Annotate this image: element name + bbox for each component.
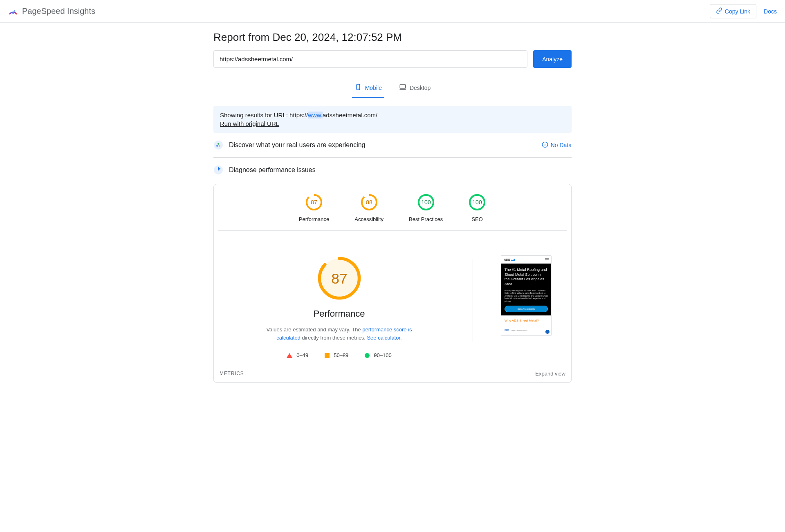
- performance-big-gauge: 87: [316, 255, 362, 301]
- big-gauge-score: 87: [331, 270, 347, 287]
- pagespeed-logo-icon: [8, 7, 18, 16]
- no-data-link[interactable]: No Data: [542, 141, 572, 149]
- expand-view-toggle[interactable]: Expand view: [535, 371, 565, 377]
- gauge-seo[interactable]: 100SEO: [468, 193, 486, 222]
- svg-point-8: [219, 145, 220, 147]
- banner-highlight: www.: [308, 112, 323, 118]
- banner-prefix: Showing results for URL: https://: [220, 112, 308, 118]
- thumb-hero-title: The #1 Metal Roofing and Sheet Metal Sol…: [505, 268, 548, 287]
- discover-icon: [213, 140, 223, 150]
- circle-icon: [365, 353, 370, 358]
- run-original-url-link[interactable]: Run with original URL: [220, 120, 279, 127]
- triangle-icon: [287, 353, 292, 358]
- header-left: PageSpeed Insights: [8, 7, 95, 16]
- no-data-label: No Data: [551, 142, 572, 148]
- gauge-label: Best Practices: [409, 216, 443, 222]
- gauge-accessibility[interactable]: 88Accessibility: [354, 193, 384, 222]
- banner-suffix: adssheetmetal.com/: [323, 112, 377, 118]
- performance-detail-row: 87 Performance Values are estimated and …: [214, 231, 571, 371]
- detail-divider: [473, 259, 473, 342]
- see-calculator-link[interactable]: See calculator.: [367, 335, 401, 341]
- tab-desktop[interactable]: Desktop: [397, 78, 433, 98]
- copy-link-label: Copy Link: [725, 8, 750, 15]
- tab-desktop-label: Desktop: [410, 85, 431, 91]
- gauge-best-practices[interactable]: 100Best Practices: [409, 193, 443, 222]
- thumb-years-sub: YEARS EXPERIENCE: [511, 329, 527, 331]
- screenshot-column: ADS The #1 Metal Roofing and Sheet Metal…: [485, 255, 567, 358]
- url-redirect-banner: Showing results for URL: https://www.ads…: [213, 106, 572, 133]
- thumb-hero: The #1 Metal Roofing and Sheet Metal Sol…: [501, 264, 551, 315]
- header-right: Copy Link Docs: [710, 4, 777, 18]
- report-title: Report from Dec 20, 2024, 12:07:52 PM: [213, 31, 572, 44]
- analyze-button[interactable]: Analyze: [533, 50, 572, 68]
- thumb-section2-title: Why ADS Sheet Metal?: [505, 319, 548, 322]
- svg-text:100: 100: [421, 199, 431, 206]
- device-tabs: Mobile Desktop: [213, 78, 572, 98]
- copy-link-button[interactable]: Copy Link: [710, 4, 756, 18]
- accessibility-icon: [545, 330, 550, 334]
- discover-title: Discover what your real users are experi…: [229, 141, 536, 149]
- app-title: PageSpeed Insights: [22, 7, 95, 16]
- docs-link[interactable]: Docs: [764, 8, 777, 15]
- score-legend: 0–49 50–89 90–100: [287, 352, 391, 358]
- legend-fail: 0–49: [287, 352, 308, 358]
- diagnose-title: Diagnose performance issues: [229, 166, 572, 174]
- svg-point-6: [214, 141, 223, 150]
- lighthouse-report-card: 87Performance88Accessibility100Best Prac…: [213, 184, 572, 383]
- metrics-footer-row: METRICS Expand view: [214, 371, 571, 377]
- main-content: Report from Dec 20, 2024, 12:07:52 PM An…: [213, 23, 572, 399]
- url-input[interactable]: [213, 50, 527, 68]
- performance-detail-left: 87 Performance Values are estimated and …: [218, 255, 460, 358]
- diagnose-section-header: Diagnose performance issues: [213, 158, 572, 182]
- performance-description: Values are estimated and may vary. The p…: [266, 326, 413, 342]
- performance-heading: Performance: [314, 308, 365, 319]
- link-icon: [716, 7, 722, 15]
- svg-point-9: [218, 143, 219, 145]
- diagnose-icon: [213, 165, 223, 175]
- thumb-section2: Why ADS Sheet Metal? 20+ YEARS EXPERIENC…: [501, 315, 551, 335]
- thumb-years: 20+: [505, 329, 509, 331]
- metrics-label: METRICS: [220, 371, 244, 377]
- page-screenshot-thumbnail: ADS The #1 Metal Roofing and Sheet Metal…: [501, 255, 552, 336]
- tab-mobile-label: Mobile: [365, 85, 382, 91]
- square-icon: [325, 353, 330, 358]
- gauge-label: Accessibility: [354, 216, 384, 222]
- svg-text:87: 87: [311, 199, 317, 206]
- desktop-icon: [399, 83, 406, 92]
- svg-text:88: 88: [366, 199, 372, 206]
- tab-mobile[interactable]: Mobile: [352, 78, 384, 98]
- svg-rect-4: [400, 85, 406, 88]
- legend-pass: 90–100: [365, 352, 391, 358]
- info-icon: [542, 141, 548, 149]
- gauge-ring-icon: 100: [468, 193, 486, 211]
- gauge-ring-icon: 88: [360, 193, 378, 211]
- hamburger-icon: [545, 258, 549, 261]
- thumb-header: ADS: [501, 256, 551, 264]
- gauge-label: SEO: [471, 216, 482, 222]
- svg-text:100: 100: [472, 199, 482, 206]
- gauge-performance[interactable]: 87Performance: [299, 193, 329, 222]
- thumb-logo: ADS: [504, 258, 515, 262]
- gauge-ring-icon: 100: [417, 193, 435, 211]
- gauges-row: 87Performance88Accessibility100Best Prac…: [218, 193, 567, 231]
- url-row: Analyze: [213, 50, 572, 68]
- legend-average: 50–89: [325, 352, 348, 358]
- gauge-ring-icon: 87: [305, 193, 323, 211]
- svg-point-7: [216, 145, 218, 147]
- thumb-hero-subtitle: Proudly serving over 45 cities from Thou…: [505, 289, 548, 303]
- thumb-cta-button: Get a free estimate: [505, 306, 548, 312]
- mobile-icon: [354, 83, 362, 92]
- app-header: PageSpeed Insights Copy Link Docs: [0, 0, 785, 23]
- discover-section-header: Discover what your real users are experi…: [213, 133, 572, 158]
- gauge-label: Performance: [299, 216, 329, 222]
